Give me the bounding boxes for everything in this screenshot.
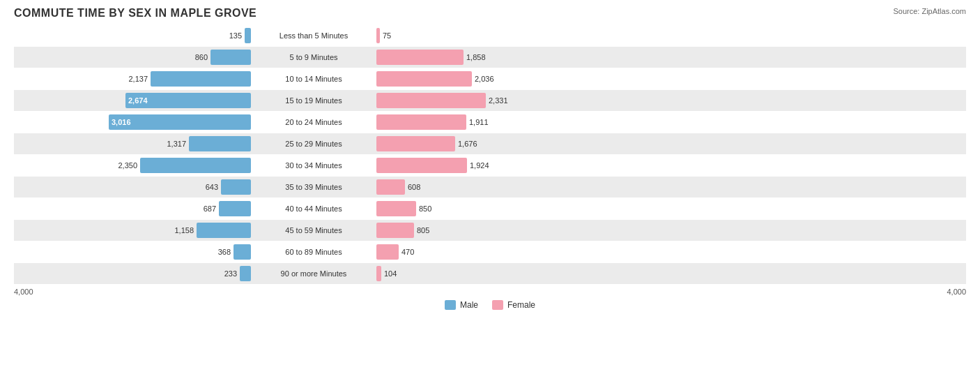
right-bar-container: 1,858	[376, 47, 613, 68]
female-bar	[376, 50, 464, 65]
female-bar	[376, 201, 416, 216]
table-row: 1,317 25 to 29 Minutes 1,676	[14, 133, 966, 154]
row-label: 5 to 9 Minutes	[251, 53, 376, 61]
table-row: 2,137 10 to 14 Minutes 2,036	[14, 68, 966, 89]
female-bar	[376, 266, 381, 281]
female-value: 104	[384, 269, 412, 278]
table-row: 2,674 15 to 19 Minutes 2,331	[14, 90, 966, 111]
right-bar-container: 805	[376, 220, 613, 241]
male-value: 135	[214, 31, 242, 40]
male-legend-label: Male	[460, 300, 478, 310]
female-bar	[376, 179, 405, 195]
female-bar	[376, 244, 399, 260]
table-row: 135 Less than 5 Minutes 75	[14, 25, 966, 46]
male-value-inside: 2,674	[128, 96, 148, 105]
female-value: 470	[401, 248, 429, 256]
female-bar	[376, 28, 380, 43]
female-legend-box	[492, 300, 503, 310]
male-bar: 3,016	[109, 114, 251, 130]
row-label: 25 to 29 Minutes	[251, 140, 376, 148]
right-bar-container: 1,911	[376, 112, 613, 133]
table-row: 860 5 to 9 Minutes 1,858	[14, 47, 966, 68]
left-bar-container: 233	[14, 263, 251, 284]
male-bar	[221, 179, 251, 195]
table-row: 643 35 to 39 Minutes 608	[14, 177, 966, 198]
male-value: 2,350	[109, 161, 137, 170]
right-bar-container: 608	[376, 177, 613, 198]
female-bar	[376, 114, 466, 130]
female-value: 2,331	[489, 96, 516, 105]
left-bar-container: 3,016	[14, 112, 251, 133]
row-label: 15 to 19 Minutes	[251, 96, 376, 105]
right-bar-container: 850	[376, 198, 613, 219]
female-legend-label: Female	[507, 300, 535, 310]
axis-right: 4,000	[729, 288, 966, 296]
row-label: 90 or more Minutes	[251, 269, 376, 278]
axis-center-spacer	[427, 288, 553, 296]
legend-male: Male	[445, 300, 478, 310]
male-value-inside: 3,016	[112, 118, 131, 126]
row-label: 30 to 34 Minutes	[251, 161, 376, 170]
female-value: 1,858	[466, 53, 494, 61]
female-value: 2,036	[475, 75, 503, 83]
female-value: 1,676	[458, 140, 486, 148]
male-value: 687	[188, 204, 216, 213]
male-value: 2,137	[120, 75, 148, 83]
chart-inner: 135 Less than 5 Minutes 75 860 5 to 9 Mi…	[14, 25, 966, 285]
row-label: 40 to 44 Minutes	[251, 204, 376, 213]
table-row: 1,158 45 to 59 Minutes 805	[14, 220, 966, 241]
male-bar	[233, 244, 251, 260]
axis-left: 4,000	[14, 288, 251, 296]
table-row: 3,016 20 to 24 Minutes 1,911	[14, 112, 966, 133]
chart-title: COMMUTE TIME BY SEX IN MAPLE GROVE	[14, 7, 966, 20]
male-bar	[240, 266, 251, 281]
left-bar-container: 1,317	[14, 133, 251, 154]
male-bar: 2,674	[125, 93, 251, 108]
female-bar	[376, 71, 472, 87]
row-label: 45 to 59 Minutes	[251, 226, 376, 234]
male-bar	[245, 28, 251, 43]
left-bar-container: 2,350	[14, 155, 251, 176]
right-bar-container: 2,331	[376, 90, 613, 111]
left-bar-container: 135	[14, 25, 251, 46]
female-value: 608	[408, 183, 436, 191]
axis-labels: 4,000 4,000	[14, 288, 966, 296]
table-row: 2,350 30 to 34 Minutes 1,924	[14, 155, 966, 176]
male-bar	[189, 136, 251, 151]
table-row: 687 40 to 44 Minutes 850	[14, 198, 966, 219]
right-bar-container: 1,924	[376, 155, 613, 176]
chart-container: COMMUTE TIME BY SEX IN MAPLE GROVE Sourc…	[0, 0, 980, 365]
male-value: 643	[190, 183, 218, 191]
male-value: 860	[180, 53, 208, 61]
female-bar	[376, 223, 414, 238]
right-bar-container: 470	[376, 241, 613, 262]
male-bar	[219, 201, 251, 216]
male-bar	[197, 223, 251, 238]
male-bar	[151, 71, 251, 87]
row-label: 20 to 24 Minutes	[251, 118, 376, 126]
left-bar-container: 643	[14, 177, 251, 198]
female-value: 850	[419, 204, 447, 213]
male-bar	[140, 158, 251, 173]
male-value: 1,317	[158, 140, 186, 148]
row-label: 60 to 89 Minutes	[251, 248, 376, 256]
legend: Male Female	[14, 300, 966, 310]
left-bar-container: 2,137	[14, 68, 251, 89]
left-bar-container: 2,674	[14, 90, 251, 111]
female-value: 1,924	[470, 161, 498, 170]
female-value: 75	[383, 31, 411, 40]
female-bar	[376, 158, 467, 173]
right-bar-container: 1,676	[376, 133, 613, 154]
male-bar	[210, 50, 251, 65]
female-value: 1,911	[469, 118, 497, 126]
male-value: 1,158	[166, 226, 194, 234]
male-value: 368	[203, 248, 231, 256]
table-row: 368 60 to 89 Minutes 470	[14, 241, 966, 262]
left-bar-container: 1,158	[14, 220, 251, 241]
male-legend-box	[445, 300, 456, 310]
female-bar	[376, 136, 455, 151]
male-value: 233	[209, 269, 237, 278]
left-bar-container: 368	[14, 241, 251, 262]
row-label: Less than 5 Minutes	[251, 31, 376, 40]
right-bar-container: 104	[376, 263, 613, 284]
